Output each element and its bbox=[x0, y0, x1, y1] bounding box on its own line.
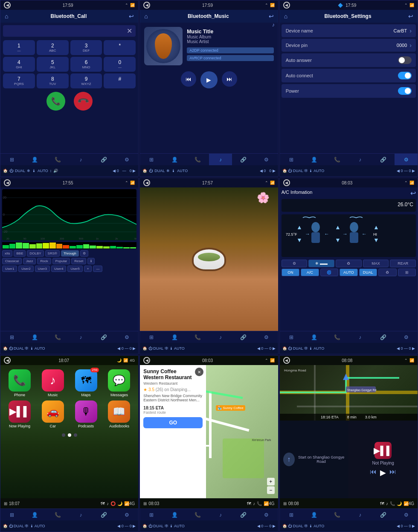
ac-back-icon[interactable]: ↩ bbox=[410, 189, 416, 197]
nav6-settings[interactable]: ⚙ bbox=[395, 331, 418, 343]
nav6-grid[interactable]: ⊞ bbox=[280, 331, 303, 343]
nav9-music[interactable]: ♪ bbox=[348, 509, 372, 520]
nav8-phone[interactable]: 📞 bbox=[186, 509, 209, 520]
app-podcasts-wrap[interactable]: 🎙 Podcasts bbox=[71, 400, 101, 428]
nav8-link[interactable]: 🔗 bbox=[232, 509, 255, 520]
nav4-contacts[interactable]: 👤 bbox=[23, 331, 46, 343]
nav-grid-icon[interactable]: ⊞ bbox=[143, 501, 147, 506]
ac-defrost-btn[interactable]: 🌀 bbox=[320, 269, 338, 276]
back-btn-4[interactable]: ◀ bbox=[4, 179, 11, 186]
home-icon-2[interactable]: ⌂ bbox=[144, 13, 148, 20]
dial-1[interactable]: 1— bbox=[3, 40, 35, 55]
prev-button[interactable]: ⏮ bbox=[181, 71, 196, 87]
ac-grid-btn[interactable]: ⊞ bbox=[398, 269, 416, 276]
video-display[interactable]: 🌸 bbox=[140, 187, 278, 331]
app-nowplaying-wrap[interactable]: ▶▌▌ Now Playing bbox=[5, 400, 35, 428]
back-icon-3[interactable]: ↩ bbox=[408, 13, 413, 20]
nav3-settings[interactable]: ⚙ bbox=[395, 154, 418, 165]
home-icon-1[interactable]: ⌂ bbox=[5, 13, 8, 20]
cp-prev-icon[interactable]: ⏮ bbox=[370, 468, 377, 477]
dial-7[interactable]: 7PQRS bbox=[3, 73, 35, 88]
eq-bbe[interactable]: BBE bbox=[14, 250, 26, 257]
nav2-grid[interactable]: ⊞ bbox=[140, 154, 163, 165]
eq-dolby[interactable]: DOLBY bbox=[27, 250, 44, 257]
dot-2[interactable] bbox=[68, 433, 71, 437]
home-icon-cl2[interactable]: 🏠 bbox=[142, 169, 147, 173]
nav5-music[interactable]: ♪ bbox=[209, 331, 232, 343]
eq-rock[interactable]: Rock bbox=[37, 258, 51, 264]
nav8-music[interactable]: ♪ bbox=[209, 509, 232, 520]
home-icon-3[interactable]: ⌂ bbox=[284, 13, 287, 20]
ac-fan-btn[interactable]: ❄ ▬▬ bbox=[308, 260, 334, 267]
nav-contacts-icon[interactable]: 👤 bbox=[23, 154, 46, 165]
eq-user5[interactable]: User5 bbox=[67, 266, 82, 272]
nav8-settings[interactable]: ⚙ bbox=[255, 509, 278, 520]
app-music-wrap[interactable]: ♪ Music bbox=[38, 369, 68, 397]
back-btn-2[interactable]: ◀ bbox=[143, 2, 150, 9]
nav4-phone[interactable]: 📞 bbox=[46, 331, 70, 343]
nav3-link[interactable]: 🔗 bbox=[372, 154, 395, 165]
eq-user4[interactable]: User4 bbox=[51, 266, 66, 272]
nav9-phone[interactable]: 📞 bbox=[325, 509, 348, 520]
power-icon[interactable]: ⏻ bbox=[9, 169, 13, 173]
nav3-contacts[interactable]: 👤 bbox=[303, 154, 326, 165]
nav7-phone[interactable]: 📞 bbox=[46, 509, 70, 520]
nav2-music[interactable]: ♪ bbox=[209, 154, 232, 165]
power-icon-cl2[interactable]: ⏻ bbox=[149, 169, 153, 173]
nav6-link[interactable]: 🔗 bbox=[372, 331, 395, 343]
nav-music-icon[interactable]: ♪ bbox=[70, 154, 93, 165]
app-phone-wrap[interactable]: 📞 Phone bbox=[5, 369, 35, 397]
ac-recirculate-btn[interactable]: ♻ bbox=[336, 260, 362, 267]
zoom-out-btn[interactable]: − bbox=[267, 486, 275, 494]
app-audiobooks-wrap[interactable]: 📖 Audiobooks bbox=[104, 400, 134, 428]
cp-play-icon[interactable]: ▶ bbox=[380, 468, 386, 477]
eq-through[interactable]: Through bbox=[61, 250, 79, 257]
nav9-settings[interactable]: ⚙ bbox=[395, 509, 418, 520]
nav5-contacts[interactable]: 👤 bbox=[163, 331, 186, 343]
nav7-settings[interactable]: ⚙ bbox=[115, 509, 138, 520]
back-btn-8[interactable]: ◀ bbox=[143, 357, 150, 364]
auto-answer-toggle[interactable] bbox=[398, 56, 412, 64]
nav7-link[interactable]: 🔗 bbox=[93, 509, 116, 520]
music-note-icon[interactable]: ♪ bbox=[272, 23, 275, 28]
grid-icon-cp[interactable]: ⊞ bbox=[4, 501, 7, 506]
nav2-settings[interactable]: ⚙ bbox=[255, 154, 278, 165]
nav-link-icon[interactable]: 🔗 bbox=[93, 154, 116, 165]
next-button[interactable]: ⏭ bbox=[222, 71, 237, 87]
eq-srs[interactable]: SRS® bbox=[45, 250, 60, 257]
dial-5[interactable]: 5JKL bbox=[37, 57, 69, 72]
nav4-link[interactable]: 🔗 bbox=[93, 331, 116, 343]
eq-user2[interactable]: User2 bbox=[18, 266, 33, 272]
nav9-link[interactable]: 🔗 bbox=[372, 509, 395, 520]
nav-phone-icon[interactable]: 📞 bbox=[46, 154, 70, 165]
nav4-music[interactable]: ♪ bbox=[70, 331, 93, 343]
ac-dual-btn[interactable]: DUAL bbox=[359, 269, 377, 276]
ac-settings-btn[interactable]: ⚙ bbox=[282, 260, 308, 267]
nav5-link[interactable]: 🔗 bbox=[232, 331, 255, 343]
nav2-phone[interactable]: 📞 bbox=[186, 154, 209, 165]
dial-3[interactable]: 3DEF bbox=[70, 40, 102, 55]
app-messages-wrap[interactable]: 💬 Messages bbox=[104, 369, 134, 397]
device-name-row[interactable]: Device name CarBT › bbox=[282, 24, 416, 37]
back-btn-6[interactable]: ◀ bbox=[283, 179, 290, 186]
nav6-music[interactable]: ♪ bbox=[348, 331, 372, 343]
nav5-settings[interactable]: ⚙ bbox=[255, 331, 278, 343]
eq-user1[interactable]: User1 bbox=[2, 266, 17, 272]
nav2-link[interactable]: 🔗 bbox=[232, 154, 255, 165]
back-btn-3[interactable]: ◀ bbox=[283, 2, 290, 9]
ac-rear-btn[interactable]: REAR bbox=[390, 260, 416, 267]
dial-search-bar[interactable]: ✕ bbox=[3, 25, 136, 37]
back-btn-5[interactable]: ◀ bbox=[143, 179, 150, 186]
eq-help[interactable]: ℹ bbox=[87, 258, 95, 264]
nav2-contacts[interactable]: 👤 bbox=[163, 154, 186, 165]
eq-xIts[interactable]: xIts bbox=[2, 250, 12, 257]
nav4-grid[interactable]: ⊞ bbox=[0, 331, 23, 343]
ac-max-btn[interactable]: MAX bbox=[363, 260, 389, 267]
eq-user3[interactable]: User3 bbox=[35, 266, 50, 272]
go-button[interactable]: GO bbox=[143, 417, 203, 428]
nav8-grid[interactable]: ⊞ bbox=[140, 509, 163, 520]
ac-auto-btn[interactable]: AUTO bbox=[340, 269, 357, 276]
eq-info[interactable]: ⚙ bbox=[80, 250, 88, 257]
nav-map-view[interactable]: Hongma Road Shangliao Gongye Rd 18:16 ET… bbox=[280, 365, 418, 421]
clear-search-icon[interactable]: ✕ bbox=[127, 27, 132, 35]
